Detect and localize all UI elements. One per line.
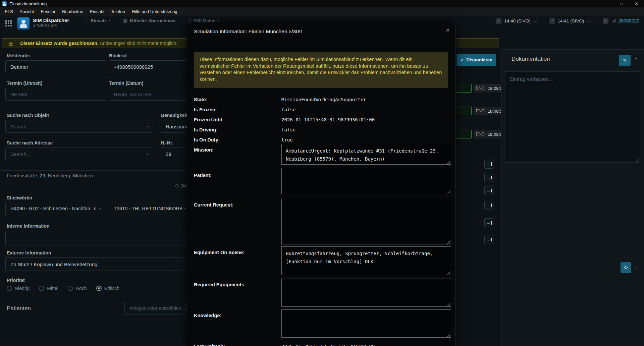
menu-ansicht[interactable]: Ansicht xyxy=(16,7,38,16)
priority-mittel-radio[interactable]: Mittel xyxy=(39,286,58,291)
window-title: Einsatzbearbeitung xyxy=(9,1,47,6)
knowledge-textarea[interactable] xyxy=(281,309,451,338)
documentation-panel: Dokumentation ✎ ⌃ Eintrag verfassen... ↻… xyxy=(501,49,644,346)
time-alert-icon: ! xyxy=(549,18,555,24)
current-request-textarea[interactable] xyxy=(281,199,451,244)
drag-dots-icon: ⋮⋮ xyxy=(487,19,493,23)
collapse-panel-icon[interactable]: ⌃ xyxy=(634,57,638,62)
disponieren-button[interactable]: ✓ Disponieren xyxy=(457,54,496,66)
time-check-icon: ✓ xyxy=(603,18,608,24)
rueckruf-field[interactable] xyxy=(109,60,197,73)
dispatcher-logo xyxy=(17,17,30,30)
radio-icon xyxy=(39,286,44,291)
menu-einsatz[interactable]: Einsatz xyxy=(87,7,108,16)
nav-mitteiler-uebernehmen[interactable]: ▦ Mitteiler übernehmen xyxy=(123,18,175,23)
termin-datum-field[interactable] xyxy=(109,88,197,101)
current-request-label: Current Request: xyxy=(194,201,233,208)
minimize-icon[interactable]: ─ xyxy=(599,0,614,7)
arrow-right-icon: → xyxy=(486,188,490,193)
maximize-icon[interactable]: □ xyxy=(614,0,629,7)
interne-information-label: Interne Information xyxy=(7,223,50,229)
menu-fenster[interactable]: Fenster xyxy=(37,7,59,16)
mission-label: Mission: xyxy=(194,147,214,153)
refresh-button[interactable]: ↻ xyxy=(621,262,631,273)
modal-close-icon[interactable]: ✕ xyxy=(446,27,450,34)
is-frozen-label: Is Frozen: xyxy=(194,106,217,113)
priority-radio-group: Niedrig Mittel Hoch Kritisch xyxy=(7,286,119,291)
documentation-entry-textarea[interactable]: Eintrag verfassen... xyxy=(504,71,640,163)
window-titlebar: Einsatzbearbeitung ─ □ ✕ xyxy=(0,0,644,7)
last-refresh-label: Last Refresh: xyxy=(194,343,225,346)
is-driving-value: false xyxy=(281,126,296,133)
priority-niedrig-radio[interactable]: Niedrig xyxy=(7,286,30,291)
time-created-icon: + xyxy=(496,18,501,24)
app-icon xyxy=(2,1,7,6)
is-on-duty-label: Is On Duty: xyxy=(194,136,220,143)
is-on-duty-value: true xyxy=(281,136,293,143)
patienten-heading: Patienten xyxy=(7,305,31,312)
radio-icon xyxy=(68,286,73,291)
remove-chip-icon[interactable]: ✕ xyxy=(93,206,97,211)
priority-hoch-radio[interactable]: Hoch xyxy=(68,286,87,291)
documentation-title: Dokumentation xyxy=(512,56,550,62)
is-frozen-value: false xyxy=(281,106,296,113)
open-task-button[interactable]: → xyxy=(484,186,493,195)
app-grid-icon[interactable] xyxy=(5,20,12,27)
nav-ami-daten[interactable]: ▯ AMI-Daten ▾ xyxy=(189,18,220,23)
open-task-button[interactable]: → xyxy=(484,218,493,227)
prioritaet-label: Priorität xyxy=(7,278,25,283)
drag-dots-icon: ⋮⋮ xyxy=(594,19,600,23)
chevron-down-icon: ▾ xyxy=(218,19,220,22)
time-received: 14:40 (SIVO) xyxy=(504,18,531,23)
archive-icon: ▤ xyxy=(8,41,13,46)
meldender-field[interactable] xyxy=(5,60,106,73)
patient-label: Patient: xyxy=(194,172,212,179)
open-task-button[interactable]: → xyxy=(484,201,493,210)
close-icon[interactable]: ✕ xyxy=(629,0,644,7)
meldender-label: Meldender xyxy=(7,53,30,58)
knowledge-label: Knowledge: xyxy=(194,312,221,319)
chevron-down-icon[interactable]: ⌄ xyxy=(634,265,637,270)
patient-select[interactable]: Anlegen oder auswählen ... ▾ xyxy=(124,302,187,314)
dash-separator: — xyxy=(533,18,538,23)
hausnummer-label: H.-Nr. xyxy=(161,140,173,146)
open-task-button[interactable]: → xyxy=(484,160,493,169)
suche-adresse-select[interactable]: Search... ▾ xyxy=(5,148,153,160)
header-status: ⋮⋮ + 14:40 (SIVO) — ⋮⋮ ! 14:41 (SIVO) — … xyxy=(487,17,639,25)
radio-icon xyxy=(7,286,12,291)
grid-small-icon: ▦ xyxy=(123,18,127,23)
patient-textarea[interactable] xyxy=(281,168,451,194)
suche-adresse-label: Suche nach Adresse xyxy=(7,140,53,146)
menu-bearbeiten[interactable]: Bearbeiten xyxy=(59,7,87,16)
equipment-on-scene-textarea[interactable]: Hubrettungsfahrzeug, Sprungretter, Schle… xyxy=(281,246,451,275)
chevron-down-icon: ▾ xyxy=(99,207,101,210)
chevron-down-icon: ▾ xyxy=(109,19,111,22)
chevron-down-icon: ▾ xyxy=(147,125,148,128)
open-task-button[interactable]: → xyxy=(484,235,493,244)
keyword-chip[interactable]: R4090 - RD2 - Schmerzen - Nachforder... … xyxy=(5,202,106,215)
radio-icon xyxy=(96,286,102,291)
nav-einsatz-menu[interactable]: ⋮ Einsatz ▾ xyxy=(84,18,110,23)
menu-hilfe[interactable]: Hilfe und Unterstützung xyxy=(128,7,181,16)
modal-title: Simulation Information: Florian München … xyxy=(194,28,303,35)
menu-els[interactable]: ELS xyxy=(1,7,16,16)
termin-uhrzeit-field[interactable] xyxy=(5,88,106,101)
menu-telefon[interactable]: Telefon xyxy=(108,7,128,16)
required-equipments-label: Required Equipments: xyxy=(194,281,246,288)
simulation-info-modal: Simulation Information: Florian München … xyxy=(187,23,456,346)
mission-textarea[interactable]: AmbulanceUrgent: Kopfplatzwunde #31 (Fri… xyxy=(281,144,451,165)
priority-kritisch-radio[interactable]: Kritisch xyxy=(96,286,120,291)
edit-entry-button[interactable]: ✎ xyxy=(619,55,631,66)
open-task-button[interactable]: → xyxy=(484,173,493,182)
is-driving-label: Is Driving: xyxy=(194,126,218,133)
required-equipments-textarea[interactable] xyxy=(281,279,451,307)
interne-information-field[interactable] xyxy=(5,231,203,245)
frozen-until-label: Frozen Until: xyxy=(194,116,224,123)
suche-objekt-label: Suche nach Objekt xyxy=(7,113,49,118)
state-label: State: xyxy=(194,96,207,103)
time-dispatched: 14:41 (SIVO) xyxy=(558,18,584,23)
suche-objekt-select[interactable]: Search... ▾ xyxy=(5,120,153,133)
externe-information-field[interactable] xyxy=(5,257,203,271)
drag-dots-icon: ⋮⋮ xyxy=(541,19,547,23)
arrow-right-icon: → xyxy=(486,220,490,225)
